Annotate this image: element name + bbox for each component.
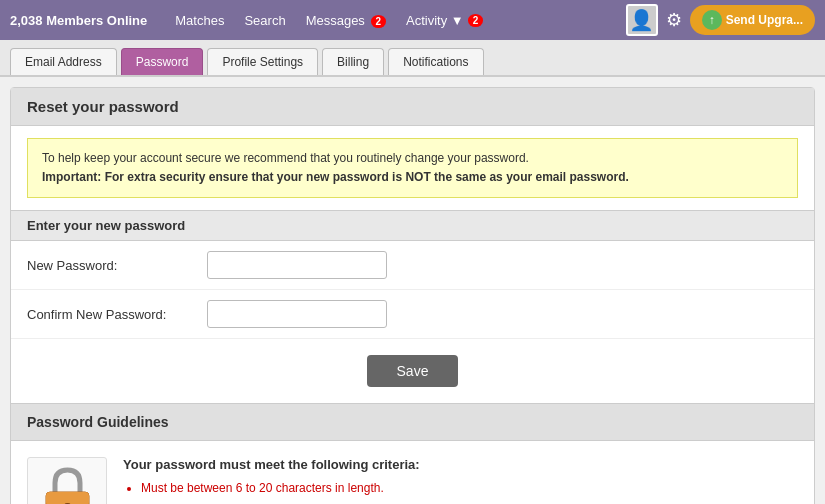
upgrade-button[interactable]: ↑ Send Upgra... — [690, 5, 815, 35]
tabs-bar: Email Address Password Profile Settings … — [0, 40, 825, 77]
activity-badge: 2 — [468, 14, 484, 27]
save-button[interactable]: Save — [367, 355, 459, 387]
info-important: Important: For extra security ensure tha… — [42, 170, 629, 184]
upgrade-arrow-icon: ↑ — [702, 10, 722, 30]
nav-messages[interactable]: Messages 2 — [298, 9, 394, 32]
tab-password[interactable]: Password — [121, 48, 204, 75]
tab-notifications[interactable]: Notifications — [388, 48, 483, 75]
top-navigation: Matches Search Messages 2 Activity ▼ 2 — [167, 9, 625, 32]
guideline-item-2: Must contain at least one alpha characte… — [141, 500, 420, 504]
nav-activity[interactable]: Activity ▼ 2 — [398, 9, 491, 32]
topbar-right: 👤 ⚙ ↑ Send Upgra... — [626, 4, 815, 36]
tab-billing[interactable]: Billing — [322, 48, 384, 75]
messages-badge: 2 — [371, 15, 387, 28]
nav-matches[interactable]: Matches — [167, 9, 232, 32]
new-password-input[interactable] — [207, 251, 387, 279]
guidelines-content: Your password must meet the following cr… — [11, 441, 814, 504]
tab-email-address[interactable]: Email Address — [10, 48, 117, 75]
members-online-count: 2,038 Members Online — [10, 13, 147, 28]
main-content: Reset your password To help keep your ac… — [10, 87, 815, 504]
settings-gear-button[interactable]: ⚙ — [666, 9, 682, 31]
nav-search[interactable]: Search — [236, 9, 293, 32]
info-line2: Important: For extra security ensure tha… — [42, 168, 783, 187]
confirm-password-label: Confirm New Password: — [27, 307, 207, 322]
guideline-item-1: Must be between 6 to 20 characters in le… — [141, 478, 420, 500]
avatar-button[interactable]: 👤 — [626, 4, 658, 36]
guidelines-header: Password Guidelines — [11, 404, 814, 441]
confirm-password-row: Confirm New Password: — [11, 290, 814, 339]
lock-icon-container — [27, 457, 107, 504]
lock-icon — [40, 465, 95, 504]
info-box: To help keep your account secure we reco… — [27, 138, 798, 198]
form-section-header: Enter your new password — [11, 210, 814, 241]
upgrade-label: Send Upgra... — [726, 13, 803, 27]
criteria-label: Your password must meet the following cr… — [123, 457, 420, 472]
save-area: Save — [11, 339, 814, 404]
tab-profile-settings[interactable]: Profile Settings — [207, 48, 318, 75]
svg-rect-1 — [46, 492, 89, 504]
avatar-icon: 👤 — [629, 8, 654, 32]
guidelines-text: Your password must meet the following cr… — [123, 457, 420, 504]
guidelines-list: Must be between 6 to 20 characters in le… — [123, 478, 420, 504]
topbar: 2,038 Members Online Matches Search Mess… — [0, 0, 825, 40]
info-line1: To help keep your account secure we reco… — [42, 149, 783, 168]
section-title: Reset your password — [11, 88, 814, 126]
confirm-password-input[interactable] — [207, 300, 387, 328]
new-password-row: New Password: — [11, 241, 814, 290]
new-password-label: New Password: — [27, 258, 207, 273]
